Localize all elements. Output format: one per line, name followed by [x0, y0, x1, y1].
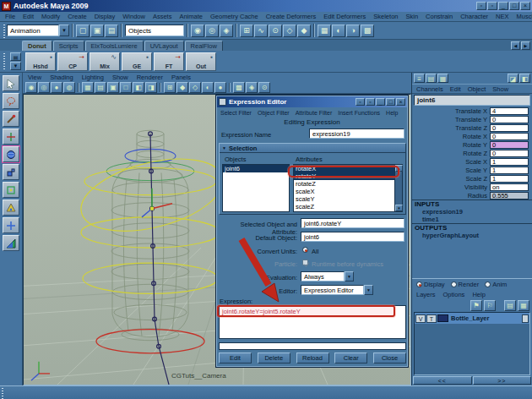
channel-value-field[interactable]: 0: [490, 116, 529, 123]
shelf-button-ge[interactable]: ▪ GE: [122, 52, 152, 71]
move-tool-icon[interactable]: [3, 128, 19, 145]
move-layer-flag-icon[interactable]: ⚑: [470, 300, 482, 311]
menu-constrain[interactable]: Constrain: [426, 13, 453, 20]
channel-value-field-highlighted[interactable]: 0: [490, 141, 529, 149]
layer-color-swatch[interactable]: [437, 314, 448, 322]
layer-flag-icon[interactable]: ⚐: [484, 300, 496, 311]
channel-value-field[interactable]: on: [490, 183, 529, 191]
ee-maximize-button[interactable]: □: [386, 98, 395, 106]
attr-item-scalez[interactable]: scaleZ: [294, 203, 402, 210]
evaluation-dropdown-value[interactable]: Always: [301, 271, 345, 281]
snap-plane-icon[interactable]: ◇: [283, 25, 296, 37]
open-scene-icon[interactable]: ▣: [90, 25, 104, 37]
manipulator-settings-icon[interactable]: ≡: [414, 74, 425, 83]
wireframe-mode-icon[interactable]: ▦: [82, 82, 94, 93]
statusline-drag-handle[interactable]: [2, 23, 6, 38]
convert-units-all-radio[interactable]: [302, 247, 308, 253]
cb-menu-edit[interactable]: Edit: [450, 85, 461, 93]
shelf-button-hshd[interactable]: ▪ Hshd: [25, 52, 56, 71]
new-empty-layer-icon[interactable]: ▤: [504, 300, 516, 311]
editor-dropdown-value[interactable]: Expression Editor: [301, 285, 364, 295]
ee-menu-object-filter[interactable]: Object Filter: [258, 110, 290, 116]
menu-modify[interactable]: Modify: [41, 13, 60, 20]
panel-menu-shading[interactable]: Shading: [50, 74, 73, 81]
ipr-render-icon[interactable]: ◑: [346, 25, 360, 37]
textured-mode-icon[interactable]: ▣: [107, 82, 119, 93]
layer-type-toggle[interactable]: T: [426, 314, 437, 323]
nav-next-button[interactable]: >>: [473, 376, 532, 385]
ee-pin-button[interactable]: ▫: [356, 98, 365, 106]
menu-create[interactable]: Create: [68, 13, 87, 20]
menu-assets[interactable]: Assets: [153, 13, 172, 20]
statusline-separator[interactable]: [236, 24, 237, 37]
ee-minimize-button[interactable]: _: [376, 98, 385, 106]
attributes-list[interactable]: rotateX rotateY rotateZ scaleX scaleY sc…: [293, 164, 403, 212]
isolate-select-icon[interactable]: ◨: [145, 82, 157, 93]
attr-item-scaley[interactable]: scaleY: [294, 195, 402, 203]
layer-help-menu[interactable]: Help: [472, 291, 485, 298]
delete-button[interactable]: Delete: [258, 353, 290, 363]
menu-window[interactable]: Window: [122, 13, 145, 20]
soft-modification-tool-icon[interactable]: [3, 200, 19, 216]
resolution-gate-icon[interactable]: ◐: [202, 82, 214, 93]
shelf-tab-realflow[interactable]: RealFlow: [185, 41, 223, 51]
shelf-button-ft[interactable]: ➝ FT: [154, 52, 184, 71]
last-tool-icon[interactable]: [3, 235, 19, 251]
show-channel-box-icon[interactable]: ◪: [508, 74, 518, 83]
ee-menu-insert-functions[interactable]: Insert Functions: [338, 110, 380, 116]
channel-value-field[interactable]: 1: [490, 158, 529, 166]
menuset-dropdown-icon[interactable]: ▼: [59, 25, 69, 36]
construction-history-icon[interactable]: ▦: [318, 25, 331, 37]
shadows-icon[interactable]: ◧: [133, 82, 144, 93]
layer-mode-anim[interactable]: Anim: [485, 281, 507, 288]
save-scene-icon[interactable]: ▤: [105, 25, 118, 37]
window-maximize-button[interactable]: □: [509, 2, 519, 10]
shelf-tab-scroll-left-icon[interactable]: ◀: [511, 41, 520, 50]
window-titlebar[interactable]: M Autodesk Maya 2009 ▫ ▫ _ □ ×: [0, 0, 532, 12]
clear-button[interactable]: Clear: [334, 353, 367, 363]
panel-menu-panels[interactable]: Panels: [171, 74, 191, 81]
attr-item-rotatez[interactable]: rotateZ: [294, 180, 402, 188]
show-manipulator-tool-icon[interactable]: [3, 217, 19, 233]
statusline-separator[interactable]: [121, 24, 122, 37]
snap-grid-icon[interactable]: ⊞: [240, 25, 253, 37]
attr-item-rotatex[interactable]: rotateX: [294, 165, 402, 172]
shelf-button-cp[interactable]: ➝ CP: [57, 52, 88, 71]
menu-edit-deformers[interactable]: Edit Deformers: [323, 13, 366, 20]
camera-gate-icon[interactable]: ◇: [189, 82, 201, 93]
radio-render-icon[interactable]: [451, 281, 457, 287]
ee-dock-button[interactable]: ▫: [366, 98, 375, 106]
layer-mode-display[interactable]: Display: [416, 281, 445, 288]
panel-menu-lighting[interactable]: Lighting: [82, 74, 104, 81]
new-scene-icon[interactable]: ▢: [76, 25, 90, 37]
window-pin-button[interactable]: ▫: [476, 2, 486, 10]
rotate-tool-icon[interactable]: [3, 146, 19, 162]
layer-extra-cell[interactable]: [522, 314, 529, 323]
expression-editor-titlebar[interactable]: Expression Editor ▫ ▫ _ □ ×: [217, 96, 407, 107]
window-minimize-button[interactable]: _: [498, 2, 508, 10]
shaded-mode-icon[interactable]: ▤: [95, 82, 106, 93]
speed-slider-icon[interactable]: ▤: [426, 74, 437, 83]
menuset-selector[interactable]: Animation ▼: [7, 25, 69, 36]
edit-button[interactable]: Edit: [219, 353, 252, 363]
camera-attributes-icon[interactable]: ◎: [38, 82, 50, 93]
shelf-menu-icon[interactable]: ▤: [10, 52, 21, 61]
shelf-tab-elxtools[interactable]: ElxToolsLumiere: [85, 41, 144, 51]
expression-name-field[interactable]: expression19: [309, 128, 404, 139]
radio-anim-icon[interactable]: [485, 281, 491, 287]
menu-animate[interactable]: Animate: [179, 13, 203, 20]
statusline-separator[interactable]: [72, 24, 73, 37]
channel-value-field[interactable]: 1: [490, 175, 529, 183]
nav-previous-button[interactable]: <<: [413, 376, 472, 385]
ee-close-button[interactable]: ×: [396, 98, 405, 106]
menu-display[interactable]: Display: [95, 13, 116, 20]
show-layer-editor-icon[interactable]: ◧: [519, 74, 530, 83]
menu-edit[interactable]: Edit: [23, 13, 34, 20]
render-current-frame-icon[interactable]: ◐: [332, 25, 345, 37]
layers-menu[interactable]: Layers: [416, 291, 436, 298]
shelf-tab-scroll-right-icon[interactable]: ▶: [521, 41, 530, 50]
menu-geometry-cache[interactable]: Geometry Cache: [210, 13, 258, 20]
bottom-drag-handle[interactable]: [0, 386, 4, 399]
scroll-down-icon[interactable]: ▼: [395, 205, 403, 211]
snap-point-icon[interactable]: ⊙: [269, 25, 282, 37]
